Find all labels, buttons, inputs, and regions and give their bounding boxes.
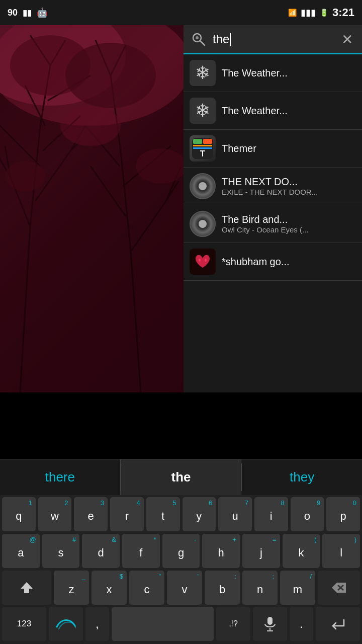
svg-marker-46	[21, 582, 33, 593]
signal-icon: ▮▮	[23, 8, 32, 18]
key-y[interactable]: 6y	[183, 497, 216, 531]
wifi-icon: 📶	[288, 9, 297, 17]
key-u[interactable]: 7u	[218, 497, 252, 531]
result-item-6[interactable]: *shubham go...	[184, 243, 362, 281]
suggestion-right[interactable]: they	[242, 459, 362, 495]
result-item-3[interactable]: Themer	[184, 130, 362, 168]
keyboard-row-2: @a #s &d *f -g +h =j (k )l	[2, 534, 360, 568]
svg-point-44	[199, 259, 201, 262]
swiftkey-logo-key[interactable]	[49, 607, 83, 641]
key-k[interactable]: (k	[283, 534, 320, 568]
key-m[interactable]: /m	[280, 571, 315, 605]
key-mic[interactable]	[253, 607, 287, 641]
result-icon-5	[190, 211, 216, 237]
battery-icon: 🔋	[320, 9, 328, 17]
key-q[interactable]: 1q	[2, 497, 36, 531]
svg-point-36	[196, 36, 199, 39]
status-bar: 90 ▮▮ 🤖 📶 ▮▮▮ 🔋 3:21	[0, 0, 362, 25]
keyboard-bottom-row: 123 , ,!?	[0, 607, 362, 644]
svg-rect-43	[202, 150, 203, 156]
key-c[interactable]: "c	[129, 571, 164, 605]
backspace-key[interactable]	[318, 571, 360, 605]
key-space[interactable]	[112, 607, 214, 641]
svg-rect-39	[203, 139, 212, 144]
result-title-1: The Weather...	[222, 67, 356, 79]
svg-rect-40	[193, 145, 212, 146]
result-title-4: THE NEXT DO...	[222, 176, 356, 188]
svg-point-31	[60, 106, 121, 146]
key-enter[interactable]	[316, 607, 360, 641]
key-n[interactable]: ;n	[242, 571, 278, 605]
suggestion-left[interactable]: there	[0, 459, 121, 495]
clear-search-button[interactable]: ✕	[338, 30, 356, 48]
result-title-5: The Bird and...	[222, 214, 356, 225]
svg-line-35	[200, 41, 205, 45]
svg-rect-38	[193, 139, 202, 144]
result-text-6: *shubham go...	[222, 256, 356, 268]
result-icon-1: ❄	[190, 60, 216, 86]
key-123[interactable]: 123	[2, 607, 46, 641]
key-punctuation[interactable]: ,!?	[216, 607, 250, 641]
key-j[interactable]: =j	[242, 534, 280, 568]
search-input[interactable]: the	[213, 32, 333, 47]
search-results-list: ❄ The Weather... ❄ The Weather...	[184, 54, 362, 281]
svg-rect-49	[267, 617, 273, 625]
android-icon: 🤖	[37, 7, 48, 18]
search-panel: the ✕ ❄ The Weather... ❄ The Weather...	[184, 25, 362, 392]
result-icon-2: ❄	[190, 98, 216, 124]
result-text-2: The Weather...	[222, 105, 356, 117]
keyboard[interactable]: there the they 1q 2w 3e 4r 5t 6y 7u 8i 9…	[0, 459, 362, 644]
key-g[interactable]: -g	[162, 534, 200, 568]
snowflake-icon-2: ❄	[195, 100, 210, 121]
key-p[interactable]: 0p	[326, 497, 360, 531]
result-title-2: The Weather...	[222, 105, 356, 117]
result-item-5[interactable]: The Bird and... Owl City - Ocean Eyes (.…	[184, 205, 362, 243]
result-text-4: THE NEXT DO... EXILE - THE NEXT DOOR...	[222, 176, 356, 196]
key-s[interactable]: #s	[42, 534, 80, 568]
result-text-3: Themer	[222, 143, 356, 154]
key-d[interactable]: &d	[82, 534, 120, 568]
key-z[interactable]: _z	[54, 571, 89, 605]
keyboard-row-1: 1q 2w 3e 4r 5t 6y 7u 8i 9o 0p	[2, 497, 360, 531]
suggestion-middle[interactable]: the	[121, 459, 242, 495]
key-r[interactable]: 4r	[110, 497, 144, 531]
word-suggestions-bar: there the they	[0, 459, 362, 495]
result-title-3: Themer	[222, 143, 356, 154]
result-icon-4	[190, 173, 216, 199]
svg-point-32	[5, 161, 45, 191]
key-a[interactable]: @a	[2, 534, 40, 568]
result-icon-6	[190, 249, 216, 275]
keyboard-row-3: _z $x "c 'v :b ;n /m	[2, 571, 360, 605]
shift-key[interactable]	[2, 571, 51, 605]
signal-bars-icon: ▮▮▮	[301, 7, 316, 18]
key-t[interactable]: 5t	[146, 497, 180, 531]
result-item-1[interactable]: ❄ The Weather...	[184, 54, 362, 92]
snowflake-icon-1: ❄	[195, 62, 210, 84]
key-w[interactable]: 2w	[38, 497, 72, 531]
svg-point-45	[205, 259, 207, 262]
search-icon	[190, 30, 208, 48]
key-o[interactable]: 9o	[291, 497, 324, 531]
search-bar[interactable]: the ✕	[184, 25, 362, 54]
key-i[interactable]: 8i	[254, 497, 288, 531]
key-h[interactable]: +h	[202, 534, 240, 568]
key-rows: 1q 2w 3e 4r 5t 6y 7u 8i 9o 0p @a #s &d *…	[0, 495, 362, 605]
result-icon-3	[190, 135, 216, 162]
svg-point-30	[65, 43, 156, 108]
result-item-4[interactable]: THE NEXT DO... EXILE - THE NEXT DOOR...	[184, 168, 362, 205]
period-label: .	[300, 617, 303, 631]
key-period[interactable]: .	[290, 607, 313, 641]
svg-rect-41	[193, 147, 212, 149]
key-x[interactable]: $x	[92, 571, 127, 605]
key-b[interactable]: :b	[205, 571, 240, 605]
result-item-2[interactable]: ❄ The Weather...	[184, 92, 362, 130]
result-subtitle-5: Owl City - Ocean Eyes (...	[222, 225, 356, 234]
key-comma[interactable]: ,	[85, 607, 109, 641]
key-123-label: 123	[17, 619, 31, 629]
key-v[interactable]: 'v	[167, 571, 202, 605]
key-e[interactable]: 3e	[74, 497, 108, 531]
key-l[interactable]: )l	[322, 534, 360, 568]
key-f[interactable]: *f	[122, 534, 160, 568]
result-subtitle-4: EXILE - THE NEXT DOOR...	[222, 188, 356, 196]
result-title-6: *shubham go...	[222, 256, 356, 268]
